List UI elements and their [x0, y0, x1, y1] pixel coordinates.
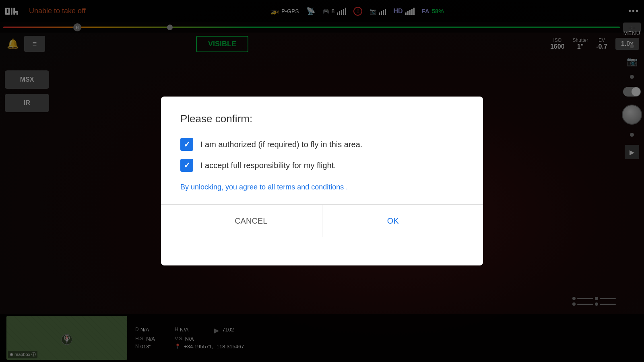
- modal-actions: CANCEL OK: [180, 205, 464, 237]
- checkbox-1[interactable]: [180, 138, 193, 151]
- checkbox-2-label: I accept full responsibility for my flig…: [200, 161, 336, 170]
- modal-overlay: Please confirm: I am authorized (if requ…: [0, 0, 644, 362]
- ok-button[interactable]: OK: [322, 205, 464, 237]
- checkbox-2[interactable]: [180, 159, 193, 172]
- confirm-modal: Please confirm: I am authorized (if requ…: [161, 97, 483, 265]
- checkbox-row-1: I am authorized (if required) to fly in …: [180, 138, 464, 151]
- terms-link[interactable]: By unlocking, you agree to all terms and…: [180, 183, 464, 191]
- modal-title: Please confirm:: [180, 113, 464, 125]
- checkbox-1-label: I am authorized (if required) to fly in …: [200, 140, 362, 149]
- cancel-button[interactable]: CANCEL: [180, 205, 322, 237]
- checkbox-row-2: I accept full responsibility for my flig…: [180, 159, 464, 172]
